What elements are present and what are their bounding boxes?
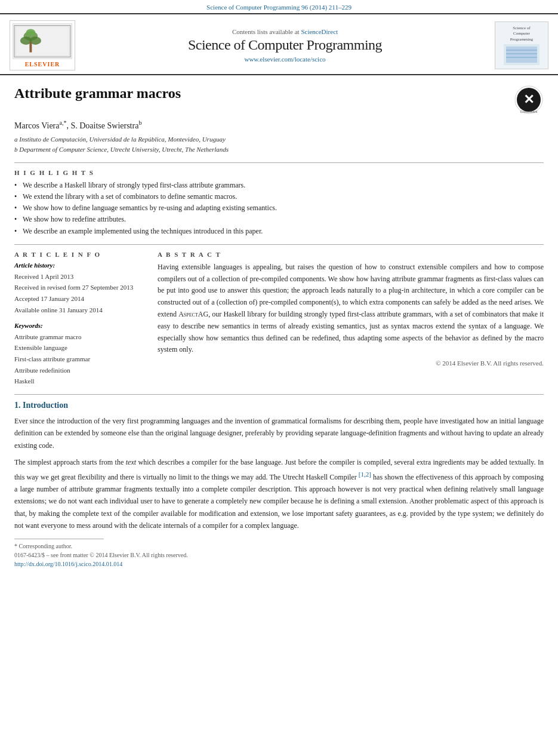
content-area: Attribute grammar macros ✕ CrossMark Mar… <box>0 75 558 577</box>
article-dates: Received 1 April 2013 Received in revise… <box>14 271 146 316</box>
abstract-copyright: © 2014 Elsevier B.V. All rights reserved… <box>158 359 544 367</box>
abstract-text-2: , our Haskell library for building stron… <box>158 310 544 354</box>
author-marcos: Marcos Viera <box>14 121 59 130</box>
available-date: Available online 31 January 2014 <box>14 305 146 316</box>
journal-header: ELSEVIER Contents lists available at Sci… <box>0 14 558 75</box>
keywords-header: Keywords: <box>14 322 146 329</box>
highlight-item-2: We extend the library with a set of comb… <box>14 191 544 202</box>
elsevier-name: ELSEVIER <box>25 61 60 67</box>
introduction-para1: Ever since the introduction of the very … <box>14 415 544 451</box>
para2-start: The simplest approach starts from the <box>14 458 126 466</box>
introduction-label: 1. Introduction <box>14 401 544 410</box>
corresponding-author: * Corresponding author. <box>14 543 544 549</box>
highlight-item-5: We describe an example implemented using… <box>14 226 544 237</box>
keywords-list: Attribute grammar macro Extensible langu… <box>14 331 146 387</box>
author-sep: , S. Doaitse Swierstra <box>66 121 138 130</box>
svg-rect-4 <box>29 42 32 53</box>
accepted-date: Accepted 17 January 2014 <box>14 293 146 305</box>
abstract-column: A B S T R A C T Having extensible langua… <box>158 251 544 387</box>
divider-1 <box>14 162 544 163</box>
paper-title-row: Attribute grammar macros ✕ CrossMark <box>14 85 544 115</box>
affiliation-a: a Instituto de Computación, Universidad … <box>14 134 544 145</box>
svg-text:CrossMark: CrossMark <box>520 110 538 113</box>
doi-link[interactable]: http://dx.doi.org/10.1016/j.scico.2014.0… <box>14 561 544 567</box>
journal-thumbnail: Science ofComputerProgramming <box>495 21 548 69</box>
authors-line: Marcos Vieraa,*, S. Doaitse Swierstrab <box>14 119 544 131</box>
highlight-item-4: We show how to redefine attributes. <box>14 214 544 225</box>
keyword-5: Haskell <box>14 376 146 387</box>
author-b-sup: b <box>138 119 141 126</box>
keyword-2: Extensible language <box>14 342 146 354</box>
author-a-sup: a,* <box>59 119 66 126</box>
aspectag-name: AspectAG <box>178 310 208 318</box>
two-column-section: A R T I C L E I N F O Article history: R… <box>14 251 544 387</box>
journal-reference: Science of Computer Programming 96 (2014… <box>206 4 352 11</box>
keyword-1: Attribute grammar macro <box>14 331 146 343</box>
svg-text:✕: ✕ <box>523 92 534 107</box>
highlight-item-1: We describe a Haskell library of strongl… <box>14 180 544 191</box>
article-history-label: Article history: <box>14 262 146 269</box>
paper-title: Attribute grammar macros <box>14 85 181 102</box>
journal-title-center: Contents lists available at ScienceDirec… <box>81 28 489 63</box>
footnote-rule <box>14 539 104 539</box>
introduction-para2: The simplest approach starts from the te… <box>14 456 544 531</box>
article-info-column: A R T I C L E I N F O Article history: R… <box>14 251 146 387</box>
crossmark-badge: ✕ CrossMark <box>514 85 544 115</box>
svg-point-5 <box>26 29 36 36</box>
page: Science of Computer Programming 96 (2014… <box>0 0 558 756</box>
sciencedirect-link[interactable]: ScienceDirect <box>301 28 338 35</box>
reference-link-12[interactable]: [1,2] <box>359 471 371 478</box>
journal-url[interactable]: www.elsevier.com/locate/scico <box>81 56 489 63</box>
divider-3 <box>14 394 544 395</box>
introduction-section: 1. Introduction Ever since the introduct… <box>14 401 544 532</box>
affiliations: a Instituto de Computación, Universidad … <box>14 134 544 155</box>
svg-rect-9 <box>506 47 537 63</box>
received-date: Received 1 April 2013 <box>14 271 146 282</box>
issn-text: 0167-6423/$ – see front matter © 2014 El… <box>14 552 544 558</box>
keyword-4: Attribute redefinition <box>14 365 146 376</box>
highlights-list: We describe a Haskell library of strongl… <box>14 180 544 237</box>
highlights-label: H I G H L I G H T S <box>14 169 544 176</box>
journal-main-title: Science of Computer Programming <box>81 36 489 54</box>
journal-top-bar: Science of Computer Programming 96 (2014… <box>0 0 558 14</box>
contents-prefix: Contents lists available at <box>232 28 301 35</box>
highlight-item-3: We show how to define language semantics… <box>14 202 544 214</box>
affiliation-b: b Department of Computer Science, Utrech… <box>14 145 544 155</box>
para2-text-em: text <box>126 458 136 466</box>
contents-line: Contents lists available at ScienceDirec… <box>81 28 489 35</box>
journal-thumb-text: Science ofComputerProgramming <box>501 23 542 67</box>
keyword-3: First-class attribute grammar <box>14 354 146 365</box>
divider-2 <box>14 244 544 245</box>
elsevier-logo-box: ELSEVIER <box>10 20 75 70</box>
highlights-section: H I G H L I G H T S We describe a Haskel… <box>14 169 544 237</box>
abstract-header: A B S T R A C T <box>158 251 544 258</box>
abstract-text: Having extensible languages is appealing… <box>158 262 544 356</box>
article-info-header: A R T I C L E I N F O <box>14 251 146 258</box>
elsevier-logo-image <box>13 23 72 59</box>
revised-date: Received in revised form 27 September 20… <box>14 282 146 293</box>
